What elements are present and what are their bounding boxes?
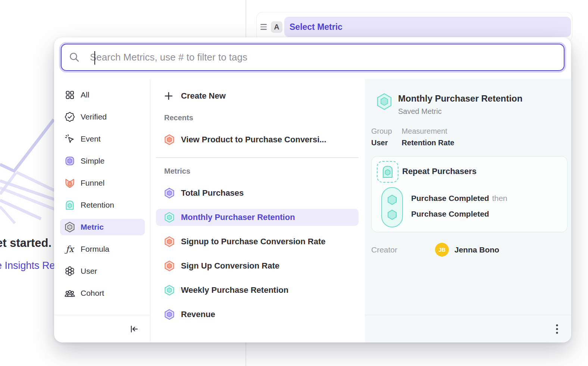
simple-metric-icon <box>164 187 175 199</box>
sidebar-item-label: Verified <box>81 112 107 121</box>
step-2-label: Purchase Completed <box>411 210 489 218</box>
drag-handle-icon[interactable] <box>260 24 267 30</box>
metric-detail-panel: Monthly Purchaser Retention Saved Metric… <box>365 79 571 342</box>
series-a-badge: A <box>271 21 282 33</box>
formula-fx-icon: ƒx <box>65 244 75 254</box>
funnel-icon <box>65 178 75 188</box>
sidebar-item-user[interactable]: User <box>60 263 145 279</box>
metric-list-column: Create New Recents View Product to Purch… <box>150 79 365 342</box>
sidebar-item-label: Cohort <box>81 289 104 298</box>
sidebar-item-funnel[interactable]: Funnel <box>60 175 145 191</box>
event-sequence-capsule <box>381 187 403 227</box>
create-new-label: Create New <box>181 91 226 101</box>
background-headline-fragment: et started. <box>0 236 51 250</box>
sidebar-item-retention[interactable]: Retention <box>60 197 145 213</box>
creator-avatar: JB <box>435 243 449 257</box>
recents-heading: Recents <box>164 114 359 122</box>
list-divider <box>156 157 359 158</box>
metric-item-weekly-purchase-retention[interactable]: Weekly Purchase Retention <box>156 282 359 299</box>
metric-item-label: Sign Up Conversion Rate <box>181 261 279 271</box>
sidebar-item-label: Formula <box>81 245 109 254</box>
detail-header: Monthly Purchaser Retention Saved Metric <box>365 79 571 116</box>
user-cluster-icon <box>65 266 75 276</box>
step-1-event: Purchase Completedthen <box>411 194 507 203</box>
metrics-heading: Metrics <box>164 167 359 176</box>
metric-item-label: Revenue <box>181 310 215 319</box>
event-hexagon-icon <box>387 194 397 205</box>
card-title: Repeat Purchasers <box>402 167 476 176</box>
metric-item-sign-up-conversion-rate[interactable]: Sign Up Conversion Rate <box>156 257 359 274</box>
retention-metric-icon <box>376 93 392 111</box>
retention-metric-icon <box>164 212 175 223</box>
verified-badge-icon <box>65 112 75 122</box>
collapse-sidebar-icon[interactable] <box>129 324 139 334</box>
cursor-click-icon <box>65 134 75 144</box>
kebab-menu-icon[interactable] <box>556 324 559 334</box>
sidebar-item-formula[interactable]: ƒx Formula <box>60 241 145 257</box>
simple-metric-icon <box>164 309 175 320</box>
sidebar-item-event[interactable]: Event <box>60 131 145 147</box>
metric-hexagon-icon <box>65 222 75 232</box>
funnel-metric-icon <box>164 260 175 272</box>
detail-header-text: Monthly Purchaser Retention Saved Metric <box>398 93 522 116</box>
select-metric-dropdown[interactable]: Select Metric <box>284 17 571 37</box>
detail-title: Monthly Purchaser Retention <box>398 93 522 104</box>
insights-report-link[interactable]: e Insights Re <box>0 260 55 272</box>
metric-item-label: Total Purchases <box>181 188 244 198</box>
sidebar-item-label: Simple <box>81 156 104 165</box>
search-input[interactable] <box>88 52 556 63</box>
then-connector: then <box>492 194 507 202</box>
detail-meta: Group User Measurement Retention Rate <box>365 116 571 147</box>
text-caret <box>94 51 95 65</box>
retention-definition-card: Repeat Purchasers Purchase Completedthen… <box>371 156 567 232</box>
metric-picker-modal: All Verified <box>54 37 571 342</box>
decorative-line-chart <box>0 111 54 235</box>
metric-item-monthly-purchaser-retention[interactable]: Monthly Purchaser Retention <box>156 209 359 226</box>
funnel-metric-icon <box>164 134 175 145</box>
retention-icon <box>65 200 75 210</box>
sidebar-footer <box>54 315 150 342</box>
funnel-metric-icon <box>164 236 175 247</box>
recent-item-view-product-to-purchase[interactable]: View Product to Purchase Conversi... <box>156 131 359 148</box>
sidebar-item-simple[interactable]: Simple <box>60 153 145 169</box>
select-metric-label: Select Metric <box>290 22 343 32</box>
detail-subtitle: Saved Metric <box>398 107 522 116</box>
sidebar-item-cohort[interactable]: Cohort <box>60 285 145 301</box>
sidebar-item-label: Metric <box>81 223 104 232</box>
measurement-column: Measurement Retention Rate <box>402 127 454 147</box>
create-new-button[interactable]: Create New <box>156 87 359 105</box>
cohort-people-icon <box>65 288 75 298</box>
metric-item-revenue[interactable]: Revenue <box>156 306 359 323</box>
measurement-label: Measurement <box>402 127 454 136</box>
metric-item-label: Monthly Purchaser Retention <box>181 213 295 222</box>
sidebar-item-label: Retention <box>81 201 114 210</box>
sidebar-item-metric[interactable]: Metric <box>60 219 145 235</box>
sidebar-item-all[interactable]: All <box>60 87 145 103</box>
group-value: User <box>371 139 392 147</box>
step-2-event: Purchase Completed <box>411 210 489 218</box>
sidebar-item-label: User <box>81 267 97 276</box>
metric-item-total-purchases[interactable]: Total Purchases <box>156 184 359 202</box>
category-sidebar: All Verified <box>54 79 150 342</box>
measurement-value: Retention Rate <box>402 139 454 147</box>
search-icon <box>69 52 80 63</box>
detail-footer <box>365 315 571 342</box>
detail-spacer <box>365 257 571 315</box>
sidebar-item-label: All <box>81 90 89 99</box>
sidebar-item-label: Event <box>81 134 101 143</box>
search-bar <box>61 44 564 71</box>
group-column: Group User <box>371 127 392 147</box>
grid-icon <box>65 90 75 100</box>
metric-item-label: Signup to Purchase Conversion Rate <box>181 237 326 246</box>
event-hexagon-icon <box>387 209 397 220</box>
sidebar-item-label: Funnel <box>81 179 104 187</box>
metric-item-label: Weekly Purchase Retention <box>181 285 288 295</box>
modal-body: All Verified <box>54 79 571 342</box>
creator-row: Creator JB Jenna Bono <box>365 232 571 257</box>
plus-icon <box>164 92 175 100</box>
dashed-retention-icon <box>377 161 398 183</box>
metric-item-signup-to-purchase-conversion-rate[interactable]: Signup to Purchase Conversion Rate <box>156 233 359 250</box>
creator-name: Jenna Bono <box>454 245 499 254</box>
sidebar-item-verified[interactable]: Verified <box>60 109 145 125</box>
creator-label: Creator <box>371 245 435 254</box>
